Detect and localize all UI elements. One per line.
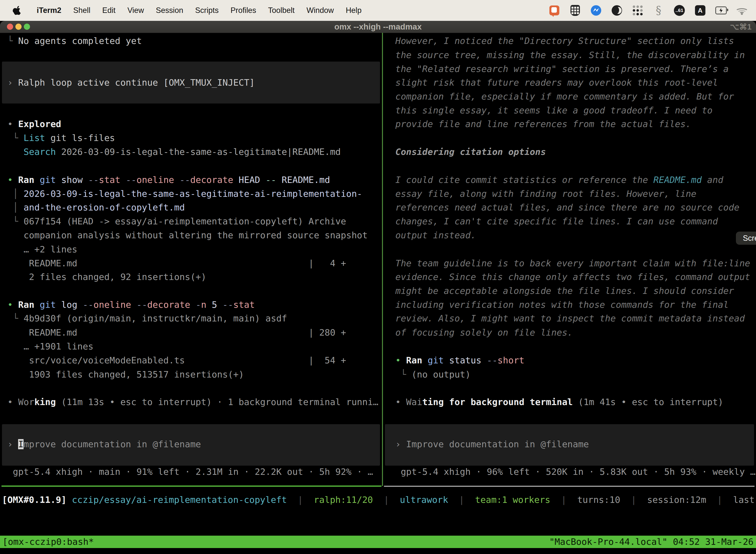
menu-item-shell[interactable]: Shell bbox=[67, 1, 96, 19]
show-commit: └ 067f154 (HEAD -> essay/ai-reimplementa… bbox=[7, 214, 346, 228]
thought-p3: might be acceptable alongside the file l… bbox=[395, 284, 734, 298]
thought-p2: changes, I can't cite specific file line… bbox=[395, 214, 718, 228]
macos-menu-bar: iTerm2ShellEditViewSessionScriptsProfile… bbox=[0, 0, 756, 21]
log-stat-total: 1903 files changed, 513517 insertions(+) bbox=[7, 368, 244, 382]
thought-p2: essay file, along with finding root file… bbox=[395, 187, 696, 201]
menu-items: iTerm2ShellEditViewSessionScriptsProfile… bbox=[31, 1, 368, 19]
thought-p1: this single essay, it seems like a good … bbox=[395, 104, 712, 117]
squiggle-icon[interactable]: § bbox=[653, 5, 664, 16]
chat-bubble-icon[interactable] bbox=[549, 5, 560, 16]
screen: iTerm2ShellEditViewSessionScriptsProfile… bbox=[0, 0, 756, 554]
log-stat-readme: README.md | 280 + bbox=[7, 326, 346, 340]
menu-item-edit[interactable]: Edit bbox=[96, 1, 121, 19]
window-title: omx --xhigh --madmax bbox=[0, 21, 756, 33]
explored-list: └ List git ls-files bbox=[7, 131, 115, 145]
thought-heading: Considering citation options bbox=[395, 145, 546, 159]
thought-p3: of focusing solely on file lines. bbox=[395, 326, 573, 340]
thought-p1: slight risk that future readers may over… bbox=[395, 76, 718, 90]
moon-circle-icon[interactable] bbox=[611, 5, 623, 16]
injected-prompt: › Ralph loop active continue [OMX_TMUX_I… bbox=[7, 76, 255, 90]
screen-share-chip[interactable]: Scre bbox=[736, 232, 756, 245]
apple-menu-icon[interactable] bbox=[12, 4, 23, 17]
status-output: └ (no output) bbox=[395, 368, 470, 382]
menu-item-session[interactable]: Session bbox=[150, 1, 189, 19]
dots-grid-icon[interactable] bbox=[632, 5, 643, 16]
prompt-input-text: › Improve documentation in @filename bbox=[7, 437, 201, 451]
show-stat-total: 2 files changed, 92 insertions(+) bbox=[7, 270, 206, 284]
menu-status-icons: § ..61 A bbox=[549, 5, 748, 16]
menu-item-iterm2[interactable]: iTerm2 bbox=[31, 1, 67, 19]
thought-p2: I could cite commit statistics or refere… bbox=[395, 173, 723, 187]
menu-item-scripts[interactable]: Scripts bbox=[189, 1, 225, 19]
countdown-badge-icon[interactable]: ..61 bbox=[674, 5, 685, 16]
explored-header: • Explored bbox=[7, 117, 61, 131]
model-status: gpt-5.4 xhigh · 96% left · 520K in · 5.8… bbox=[395, 465, 756, 479]
ran-git-show: • Ran git show --stat --oneline --decora… bbox=[7, 173, 330, 187]
menu-item-help[interactable]: Help bbox=[340, 1, 368, 19]
explored-search: Search 2026-03-09-is-legal-the-same-as-l… bbox=[7, 145, 341, 159]
menu-item-toolbelt[interactable]: Toolbelt bbox=[262, 1, 301, 19]
wifi-icon[interactable] bbox=[736, 5, 748, 16]
tmux-host-clock: "MacBook-Pro-44.local" 04:52 31-Mar-26 bbox=[549, 536, 754, 548]
thought-p1: provide file and line references from th… bbox=[395, 117, 691, 131]
thought-p3: evidence. Since this change only affects… bbox=[395, 270, 750, 284]
show-commit-2: companion analysis without altering the … bbox=[7, 228, 368, 242]
log-stat-voice: src/voice/voiceModeEnabled.ts | 54 + bbox=[7, 353, 346, 367]
show-file-1: │ 2026-03-09-is-legal-the-same-as-legiti… bbox=[7, 187, 362, 201]
thought-p3: The team guideline is to back every impo… bbox=[395, 257, 750, 270]
tmux-session-label: [omx-cczip0:bash* bbox=[2, 536, 94, 548]
keypad-shield-icon[interactable] bbox=[569, 5, 581, 16]
log-commit: └ 4b9d30f (origin/main, instructkr/main,… bbox=[7, 312, 287, 325]
log-elided: … +1901 lines bbox=[7, 340, 93, 353]
show-elided: … +2 lines bbox=[7, 242, 77, 257]
waiting-status: • Waiting for background terminal (1m 41… bbox=[395, 395, 723, 409]
thought-p3: including verification notes with those … bbox=[395, 298, 729, 312]
thought-p2: references need actual files, and since … bbox=[395, 201, 739, 214]
thought-p3: review. Also, I might want to inspect th… bbox=[395, 312, 745, 325]
right-pane-bottom-border bbox=[384, 486, 755, 487]
thought-p1: the "Related research writing" section i… bbox=[395, 62, 729, 76]
thought-p1: companion file, especially if more comme… bbox=[395, 90, 734, 104]
menu-item-window[interactable]: Window bbox=[301, 1, 340, 19]
no-agents-line: └ No agents completed yet bbox=[7, 34, 142, 48]
pane-divider[interactable] bbox=[382, 33, 383, 486]
thought-p1: However, I noticed the "Directory Struct… bbox=[395, 34, 734, 48]
thought-p1: the source tree, missing the essay. Stil… bbox=[395, 48, 745, 62]
prompt-input-text: › Improve documentation in @filename bbox=[395, 437, 589, 451]
tmux-status-bar: [omx-cczip0:bash* "MacBook-Pro-44.local"… bbox=[0, 536, 756, 548]
menu-item-profiles[interactable]: Profiles bbox=[225, 1, 262, 19]
omx-status-bar: [OMX#0.11.9] cczip/essay/ai-reimplementa… bbox=[2, 493, 756, 507]
show-file-2: │ and-the-erosion-of-copyleft.md bbox=[7, 201, 185, 214]
left-pane-bottom-border bbox=[1, 486, 381, 487]
input-source-icon[interactable]: A bbox=[694, 5, 706, 16]
battery-icon[interactable] bbox=[715, 5, 727, 16]
menu-item-view[interactable]: View bbox=[122, 1, 150, 19]
ran-git-status: • Ran git status --short bbox=[395, 353, 524, 367]
thought-p2: output instead. bbox=[395, 228, 476, 242]
messenger-icon[interactable] bbox=[590, 5, 602, 16]
window-shortcut-badge: ⌥⌘1 bbox=[730, 21, 752, 33]
show-stat-readme: README.md | 4 + bbox=[7, 257, 346, 270]
model-status: gpt-5.4 xhigh · main · 91% left · 2.31M … bbox=[7, 465, 373, 479]
working-status: • Working (11m 13s • esc to interrupt) ·… bbox=[7, 395, 378, 409]
ran-git-log: • Ran git log --oneline --decorate -n 5 … bbox=[7, 298, 255, 312]
